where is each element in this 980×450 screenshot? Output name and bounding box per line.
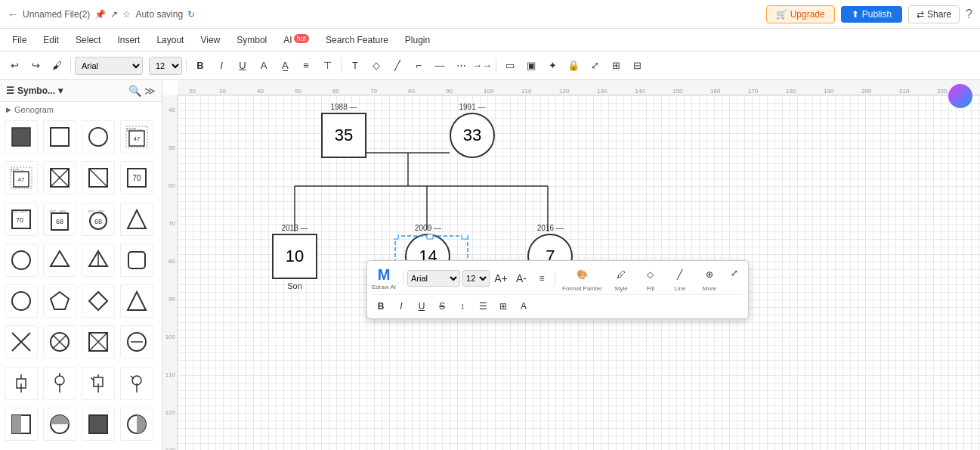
float-font-color-btn[interactable]: A	[515, 297, 533, 315]
node-35[interactable]: 1988 — 35	[321, 103, 366, 158]
float-expand-btn[interactable]: ⤢	[725, 264, 744, 282]
float-italic-btn[interactable]: I	[392, 297, 410, 315]
redo-button[interactable]: ↪	[26, 56, 45, 76]
sidebar-search-button[interactable]: 🔍	[128, 85, 141, 97]
line-btn[interactable]: ╱	[388, 56, 407, 76]
menu-file[interactable]: File	[5, 32, 34, 48]
canvas[interactable]: 1988 — 35 1991 — 33	[178, 95, 980, 450]
menu-search[interactable]: Search Feature	[318, 32, 396, 48]
float-align-btn[interactable]: ≡	[533, 269, 551, 287]
symbol-square-num47[interactable]: 47 1970 —	[120, 120, 153, 154]
symbol-x-circle[interactable]	[43, 325, 76, 358]
symbol-sq-cross[interactable]	[43, 161, 76, 194]
upgrade-button[interactable]: 🛒 Upgrade	[766, 5, 835, 23]
node-10-son[interactable]: 2013 — 10 Son	[272, 224, 317, 290]
extra-btn[interactable]: ✦	[543, 56, 562, 76]
font-color-button[interactable]: A	[254, 56, 274, 76]
underline-button[interactable]: U	[233, 56, 252, 76]
float-underline-btn[interactable]: U	[413, 297, 431, 315]
float-format-painter-section[interactable]: 🎨 Format Painter	[559, 264, 605, 292]
format-painter-button[interactable]: 🖌	[47, 56, 66, 76]
unlink-btn[interactable]: ⤢	[585, 56, 604, 76]
bold-button[interactable]: B	[190, 56, 210, 76]
symbol-sq-70[interactable]: 70	[120, 161, 153, 194]
float-strike-btn[interactable]: S	[433, 297, 451, 315]
italic-button[interactable]: I	[212, 56, 231, 76]
font-bg-button[interactable]: A̲	[275, 56, 295, 76]
float-decrease-font-btn[interactable]: A-	[512, 269, 530, 287]
symbol-x-mark[interactable]	[5, 325, 38, 358]
symbol-sq-68-dated[interactable]: 68 1925—1993	[43, 203, 76, 236]
float-fill-section[interactable]: ◇ Fill	[637, 264, 664, 292]
symbol-circle-outline-sm[interactable]	[5, 244, 38, 277]
symbol-plant1[interactable]	[5, 367, 38, 400]
svg-marker-36	[128, 292, 146, 310]
undo-button[interactable]: ↩	[5, 56, 24, 76]
node-33[interactable]: 1991 — 33	[450, 103, 495, 158]
line-style-btn[interactable]: —	[430, 56, 450, 76]
menu-layout[interactable]: Layout	[149, 32, 191, 48]
float-size-select[interactable]: 12	[462, 270, 490, 287]
sidebar-section-genogram[interactable]: Genogram	[0, 102, 162, 117]
shadow-btn[interactable]: ▣	[521, 56, 541, 76]
symbol-half-sq[interactable]	[5, 408, 38, 441]
float-align-h-btn[interactable]: ⊞	[494, 297, 512, 315]
float-increase-font-btn[interactable]: A+	[492, 269, 510, 287]
symbol-triangle-down-2[interactable]	[43, 244, 76, 277]
float-style-section[interactable]: 🖊 Style	[607, 264, 635, 292]
user-avatar[interactable]	[948, 84, 972, 108]
symbol-rounded-square[interactable]	[120, 244, 153, 277]
font-size-select[interactable]: 12	[149, 57, 182, 75]
symbol-triangle-down[interactable]	[120, 203, 153, 236]
symbol-plant4[interactable]	[120, 367, 153, 400]
symbol-sq-x[interactable]	[82, 325, 115, 358]
menu-edit[interactable]: Edit	[36, 32, 66, 48]
float-list-btn[interactable]: ☰	[474, 297, 492, 315]
help-button[interactable]: ?	[966, 8, 972, 21]
menu-plugin[interactable]: Plugin	[397, 32, 437, 48]
table-btn[interactable]: ⊞	[606, 56, 626, 76]
publish-button[interactable]: ⬆ Publish	[841, 6, 902, 23]
symbol-sq-47[interactable]: 47 1975 —	[5, 161, 38, 194]
float-more-section[interactable]: ⊕ More	[696, 264, 723, 292]
symbol-square-outline[interactable]	[43, 120, 76, 154]
menu-insert[interactable]: Insert	[110, 32, 147, 48]
share-button[interactable]: ⇄ Share	[908, 5, 960, 23]
text-orient-button[interactable]: ⊤	[317, 56, 337, 76]
menu-symbol[interactable]: Symbol	[229, 32, 274, 48]
symbol-pentagon[interactable]	[43, 284, 76, 318]
menu-view[interactable]: View	[193, 32, 227, 48]
connector-btn[interactable]: ⌐	[409, 56, 428, 76]
float-line-section[interactable]: ╱ Line	[666, 264, 694, 292]
float-bold-btn[interactable]: B	[372, 297, 390, 315]
sidebar-collapse-button[interactable]: ≫	[144, 85, 156, 97]
float-font-select[interactable]: Arial	[407, 270, 460, 287]
menu-ai[interactable]: AIhot	[276, 32, 317, 48]
symbol-half-circle[interactable]	[43, 408, 76, 441]
align-btn2[interactable]: ⊟	[627, 56, 647, 76]
fill-color-btn[interactable]: ◇	[366, 56, 386, 76]
float-line-spacing-btn[interactable]: ↕	[453, 297, 471, 315]
shape-btn[interactable]: ▭	[500, 56, 520, 76]
arrow-btn[interactable]: →→	[472, 56, 492, 76]
symbol-square-solid[interactable]	[5, 120, 38, 154]
symbol-triangle-down-3[interactable]	[82, 244, 115, 277]
symbol-circle-outline[interactable]	[82, 120, 115, 154]
symbol-plant2[interactable]	[43, 367, 76, 400]
symbol-circle-68[interactable]: 68 1925—1993	[82, 203, 115, 236]
lock-btn[interactable]: 🔒	[564, 56, 583, 76]
symbol-dark-sq[interactable]	[82, 408, 115, 441]
align-left-button[interactable]: ≡	[296, 56, 316, 76]
symbol-circle-sm2[interactable]	[5, 284, 38, 318]
text-button[interactable]: T	[345, 56, 365, 76]
symbol-triangle-up[interactable]	[120, 284, 153, 318]
font-family-select[interactable]: Arial	[75, 57, 143, 75]
menu-select[interactable]: Select	[68, 32, 108, 48]
symbol-plant3[interactable]	[82, 367, 115, 400]
symbol-circle-x[interactable]	[120, 325, 153, 358]
symbol-sq-diag[interactable]	[82, 161, 115, 194]
symbol-sq-70b[interactable]: 70 1935—2006	[5, 203, 38, 236]
symbol-diamond[interactable]	[82, 284, 115, 318]
line-style2-btn[interactable]: ⋯	[451, 56, 471, 76]
symbol-half-circle-2[interactable]	[120, 408, 153, 441]
